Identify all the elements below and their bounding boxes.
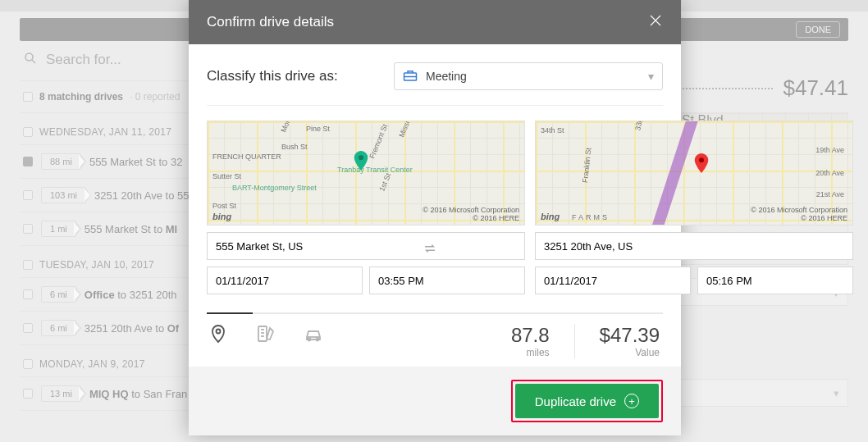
end-location-column: 34th St 33rd St Franklin St 19th Ave 20t… — [535, 121, 853, 294]
end-address-input[interactable] — [535, 232, 853, 260]
map-label: 33rd St — [633, 121, 647, 131]
start-time-input[interactable] — [369, 267, 525, 294]
map-label: BART-Montgomery Street — [232, 184, 317, 192]
classify-select[interactable]: Meeting ▾ — [394, 62, 663, 90]
map-label: Montgomery St — [279, 121, 305, 134]
modal-title: Confirm drive details — [207, 14, 334, 30]
modal-tabs: 87.8 miles $47.39 Value — [207, 312, 663, 358]
modal-header: Confirm drive details — [189, 0, 681, 44]
map-label: FRENCH QUARTER — [212, 153, 281, 161]
pin-end-icon — [694, 153, 709, 174]
tab-notes-icon[interactable] — [254, 324, 277, 344]
bing-logo: bing — [212, 212, 231, 221]
map-label: 21st Ave — [816, 190, 844, 198]
svg-point-9 — [217, 330, 221, 334]
briefcase-icon — [403, 69, 418, 84]
map-label: Bush St — [281, 143, 308, 151]
svg-point-7 — [359, 156, 363, 161]
end-map[interactable]: 34th St 33rd St Franklin St 19th Ave 20t… — [535, 121, 853, 226]
map-label: Fremont St — [368, 123, 389, 160]
map-copyright: © 2016 Microsoft Corporation© 2016 HERE — [423, 207, 519, 223]
map-label: 34th St — [541, 126, 564, 134]
value-value: $47.39 — [600, 324, 660, 347]
end-date-input[interactable] — [535, 267, 691, 294]
map-copyright: © 2016 Microsoft Corporation© 2016 HERE — [751, 207, 847, 223]
miles-label: miles — [511, 347, 550, 358]
map-label: Pine St — [306, 125, 330, 133]
map-label: Mission St — [397, 121, 418, 139]
tab-vehicle-icon[interactable] — [302, 324, 325, 344]
end-time-input[interactable] — [697, 267, 853, 294]
start-location-column: Pine St Bush St FRENCH QUARTER BART-Mont… — [207, 121, 525, 294]
caret-down-icon: ▾ — [648, 70, 654, 83]
map-label: FARMS — [572, 213, 610, 221]
map-route — [635, 121, 701, 226]
tab-location-icon[interactable] — [207, 324, 230, 344]
map-label: 19th Ave — [815, 146, 844, 154]
svg-point-8 — [699, 157, 704, 162]
start-map[interactable]: Pine St Bush St FRENCH QUARTER BART-Mont… — [207, 121, 525, 226]
start-date-input[interactable] — [207, 267, 363, 294]
map-label: 20th Ave — [815, 169, 844, 177]
value-label: Value — [600, 347, 660, 358]
classify-label: Classify this drive as: — [207, 68, 379, 84]
duplicate-label: Duplicate drive — [535, 394, 616, 408]
map-label: Post St — [212, 202, 236, 210]
pin-start-icon — [354, 150, 368, 171]
map-label: Sutter St — [212, 172, 241, 180]
duplicate-drive-button[interactable]: Duplicate drive + — [515, 384, 659, 418]
metric-divider — [574, 324, 575, 358]
close-icon[interactable] — [648, 13, 663, 32]
classify-value: Meeting — [426, 70, 467, 83]
value-metric: $47.39 Value — [596, 324, 663, 358]
bing-logo: bing — [541, 212, 560, 221]
duplicate-highlight: Duplicate drive + — [511, 380, 663, 422]
active-tab-indicator — [207, 312, 253, 314]
start-address-input[interactable] — [207, 232, 525, 260]
map-label: Franklin St — [581, 148, 592, 184]
miles-value: 87.8 — [511, 324, 550, 347]
map-label: Tranbay Transit Center — [337, 166, 413, 174]
svg-rect-10 — [258, 326, 267, 341]
confirm-drive-modal: Confirm drive details Classify this driv… — [189, 0, 681, 435]
swap-icon[interactable] — [422, 240, 438, 257]
miles-metric: 87.8 miles — [508, 324, 553, 358]
map-label: 1st St — [377, 172, 392, 193]
plus-circle-icon: + — [624, 394, 639, 408]
